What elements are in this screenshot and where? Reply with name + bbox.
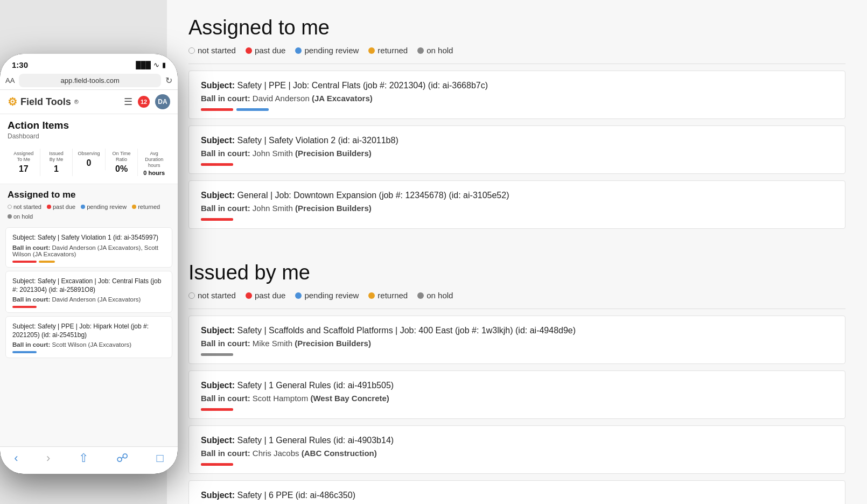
- phone-legend-returned: returned: [132, 204, 160, 210]
- issued-card-0[interactable]: Subject: Safety | Scaffolds and Scaffold…: [188, 316, 845, 364]
- issued-card-3[interactable]: Subject: Safety | 6 PPE (id: ai-486c350)…: [188, 480, 845, 504]
- assigned-card-0[interactable]: Subject: Safety | PPE | Job: Central Fla…: [188, 71, 845, 119]
- phone-assigned-label: Assigned to me: [0, 184, 178, 204]
- issued-legend-pending-review: pending review: [295, 291, 359, 300]
- bic-name: Scott Hamptom: [253, 394, 308, 403]
- hamburger-icon[interactable]: ☰: [124, 96, 132, 108]
- bar-blue: [236, 108, 269, 111]
- bic-label: Ball in court:: [201, 339, 250, 348]
- stat-label-4: Avg Duration hours: [145, 151, 163, 168]
- bookmarks-button[interactable]: ☍: [116, 451, 128, 465]
- phone-address-bar: AA app.field-tools.com ↻: [0, 72, 178, 90]
- assigned-legend: not started past due pending review retu…: [188, 46, 845, 64]
- subject-label: Subject:: [201, 81, 235, 90]
- bar-gray: [201, 353, 233, 356]
- dot-orange-icon: [368, 292, 375, 299]
- issued-legend: not started past due pending review retu…: [188, 291, 845, 309]
- share-button[interactable]: ⇧: [79, 451, 88, 465]
- bic-name: David Anderson: [253, 94, 310, 103]
- legend-past-due: past due: [246, 46, 286, 55]
- dashboard-stats: Assigned To Me 17 Issued By Me 1 Observi…: [0, 143, 178, 184]
- back-button[interactable]: ‹: [14, 451, 18, 465]
- bic-name: Mike Smith: [253, 339, 292, 348]
- assigned-card-1[interactable]: Subject: Safety | Safety Violation 2 (id…: [188, 125, 845, 174]
- bic-company: (Precision Builders): [295, 204, 372, 213]
- status-bars: [201, 163, 833, 166]
- dot-empty-icon: [188, 47, 195, 54]
- bar-red: [201, 163, 233, 166]
- subject-text: Safety | 6 PPE (id: ai-486c350): [237, 491, 355, 500]
- bar-red: [201, 408, 233, 411]
- stat-label-0: Assigned To Me: [13, 151, 33, 163]
- bic-name: John Smith: [253, 204, 293, 213]
- stat-value-3: 0%: [115, 164, 128, 174]
- subject-label: Subject:: [201, 136, 235, 145]
- phone-dot-gray: [8, 214, 12, 219]
- bic-company: (Precision Builders): [295, 149, 372, 158]
- phone-device: 1:30 ███ ∿ ▮ AA app.field-tools.com ↻ ⚙ …: [0, 54, 178, 474]
- subject-text: Safety | 1 General Rules (id: ai-4903b14…: [237, 436, 394, 445]
- action-items-header: Action Items Dashboard: [0, 114, 178, 143]
- bar-red: [201, 108, 233, 111]
- phone-bars-1: [12, 306, 165, 308]
- issued-legend-returned: returned: [368, 291, 408, 300]
- stat-label-1: Issued By Me: [49, 151, 64, 163]
- dot-blue-icon: [295, 292, 302, 299]
- status-bars: [201, 108, 833, 111]
- phone-card-1[interactable]: Subject: Safety | Excavation | Job: Cent…: [5, 271, 172, 313]
- phone-status-bar: 1:30 ███ ∿ ▮: [0, 54, 178, 72]
- stat-value-0: 17: [19, 164, 29, 174]
- phone-bar-red: [12, 261, 37, 263]
- status-bars: [201, 463, 833, 466]
- bar-red: [201, 463, 233, 466]
- battery-icon: ▮: [162, 61, 166, 69]
- stat-assigned-to-me: Assigned To Me 17: [8, 149, 40, 176]
- avatar[interactable]: DA: [155, 94, 170, 109]
- subject-text: Safety | PPE | Job: Central Flats (job #…: [237, 81, 488, 90]
- subject-label: Subject:: [201, 436, 235, 445]
- app-header: ⚙ Field Tools ® ☰ 12 DA: [0, 90, 178, 114]
- phone-card-2[interactable]: Subject: Safety | PPE | Job: Hipark Hote…: [5, 316, 172, 358]
- legend-not-started: not started: [188, 46, 236, 55]
- assigned-card-2[interactable]: Subject: General | Job: Downtown Expansi…: [188, 180, 845, 229]
- legend-pending-review: pending review: [295, 46, 359, 55]
- issued-legend-past-due: past due: [246, 291, 286, 300]
- subject-label: Subject:: [201, 326, 235, 335]
- subject-text: Safety | Scaffolds and Scaffold Platform…: [237, 326, 576, 335]
- bic-company: (ABC Construction): [302, 449, 377, 458]
- gear-icon: ⚙: [8, 95, 17, 108]
- bic-label: Ball in court:: [201, 204, 250, 213]
- phone-legend-past-due: past due: [47, 204, 75, 210]
- section-title: Action Items: [8, 120, 170, 131]
- notification-badge[interactable]: 12: [138, 96, 150, 108]
- aa-label[interactable]: AA: [5, 76, 15, 85]
- stat-observing: Observing 0: [73, 149, 106, 170]
- refresh-button[interactable]: ↻: [165, 75, 172, 86]
- phone-dot-empty: [8, 205, 12, 209]
- url-bar[interactable]: app.field-tools.com: [19, 74, 161, 87]
- phone-card-bic-0: Ball in court: David Anderson (JA Excava…: [12, 244, 165, 257]
- phone-bar-red: [12, 306, 37, 308]
- legend-returned: returned: [368, 46, 408, 55]
- phone-content[interactable]: Action Items Dashboard Assigned To Me 17…: [0, 114, 178, 446]
- subject-label: Subject:: [201, 381, 235, 390]
- tabs-button[interactable]: □: [156, 451, 163, 465]
- issued-card-1[interactable]: Subject: Safety | 1 General Rules (id: a…: [188, 370, 845, 419]
- logo-text: Field Tools: [20, 96, 71, 108]
- subject-label: Subject:: [201, 191, 235, 200]
- stat-value-2: 0: [87, 158, 92, 168]
- phone-card-0[interactable]: Subject: Safety | Safety Violation 1 (id…: [5, 227, 172, 267]
- section-subtitle: Dashboard: [8, 132, 170, 140]
- phone-screen: 1:30 ███ ∿ ▮ AA app.field-tools.com ↻ ⚙ …: [0, 54, 178, 474]
- dot-gray-icon: [417, 292, 424, 299]
- stat-issued-by-me: Issued By Me 1: [40, 149, 73, 176]
- issued-card-2[interactable]: Subject: Safety | 1 General Rules (id: a…: [188, 425, 845, 474]
- phone-card-subject-2: Subject: Safety | PPE | Job: Hipark Hote…: [12, 322, 165, 339]
- stat-value-1: 1: [54, 164, 59, 174]
- phone-card-bic-1: Ball in court: David Anderson (JA Excava…: [12, 296, 165, 303]
- dot-red-icon: [246, 47, 252, 54]
- forward-button[interactable]: ›: [46, 451, 50, 465]
- dot-gray-icon: [417, 47, 424, 54]
- phone-bar-blue: [12, 351, 37, 353]
- bic-name: John Smith: [253, 149, 293, 158]
